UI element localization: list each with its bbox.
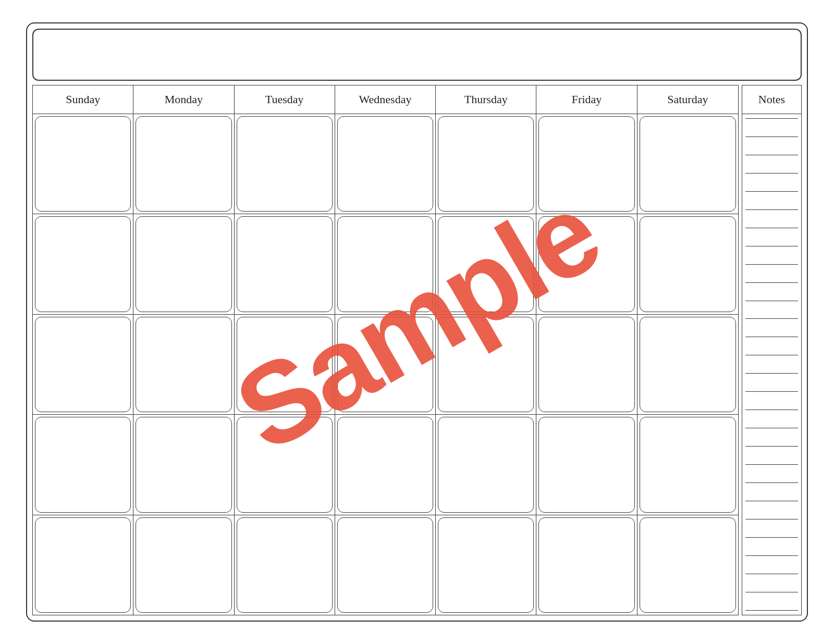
day-cell [33,515,133,615]
notes-line [745,537,798,538]
calendar-container: Sunday Monday Tuesday Wednesday Thursday… [26,22,808,622]
notes-line [745,191,798,192]
calendar-body: Sunday Monday Tuesday Wednesday Thursday… [32,85,802,615]
day-cell [335,415,436,514]
notes-line [745,137,798,137]
day-cell [536,315,637,414]
day-cell [335,214,436,314]
notes-line [745,592,798,592]
main-grid: Sunday Monday Tuesday Wednesday Thursday… [32,85,739,615]
day-cell [335,515,436,615]
notes-line [745,246,798,246]
notes-line [745,555,798,556]
notes-line [745,373,798,374]
day-cell [235,315,335,414]
day-cell [637,315,738,414]
notes-line [745,410,798,410]
notes-header: Notes [742,85,802,114]
day-cell [335,315,436,414]
notes-line [745,428,798,428]
header-thursday: Thursday [436,85,536,114]
day-cell [33,214,133,314]
notes-column: Notes [742,85,802,615]
week-row-5 [33,515,738,615]
day-cell [637,515,738,615]
notes-line [745,282,798,283]
notes-line [745,519,798,519]
notes-line [745,173,798,174]
header-monday: Monday [133,85,234,114]
notes-line [745,228,798,228]
header-friday: Friday [536,85,637,114]
notes-line [745,482,798,483]
header-sunday: Sunday [33,85,133,114]
day-cell [436,214,536,314]
day-cell [133,214,234,314]
notes-line [745,355,798,355]
week-rows [32,114,739,615]
day-cell [235,515,335,615]
day-cell [436,415,536,514]
notes-line [745,501,798,501]
notes-line [745,574,798,574]
day-cell [436,114,536,214]
notes-line [745,391,798,392]
day-cell [536,214,637,314]
day-cell [536,114,637,214]
day-cell [33,114,133,214]
day-cell [133,515,234,615]
day-cell [637,214,738,314]
week-row-2 [33,214,738,314]
notes-line [745,610,798,611]
notes-lines-container [742,114,802,615]
day-cell [33,315,133,414]
day-cell [133,114,234,214]
notes-line [745,155,798,155]
header-tuesday: Tuesday [235,85,335,114]
day-cell [436,515,536,615]
day-cell [235,214,335,314]
day-cell [133,315,234,414]
notes-line [745,318,798,319]
notes-line [745,118,798,119]
week-row-3 [33,315,738,415]
day-headers-row: Sunday Monday Tuesday Wednesday Thursday… [32,85,739,114]
day-cell [436,315,536,414]
notes-line [745,337,798,337]
notes-line [745,464,798,465]
day-cell [536,415,637,514]
day-cell [235,114,335,214]
notes-line [745,264,798,265]
notes-line [745,209,798,210]
day-cell [335,114,436,214]
week-row-1 [33,114,738,214]
day-cell [33,415,133,514]
notes-line [745,446,798,447]
day-cell [637,415,738,514]
header-saturday: Saturday [637,85,738,114]
day-cell [235,415,335,514]
day-cell [133,415,234,514]
calendar-title-bar [32,29,802,81]
day-cell [536,515,637,615]
header-wednesday: Wednesday [335,85,436,114]
day-cell [637,114,738,214]
week-row-4 [33,415,738,515]
notes-line [745,301,798,301]
